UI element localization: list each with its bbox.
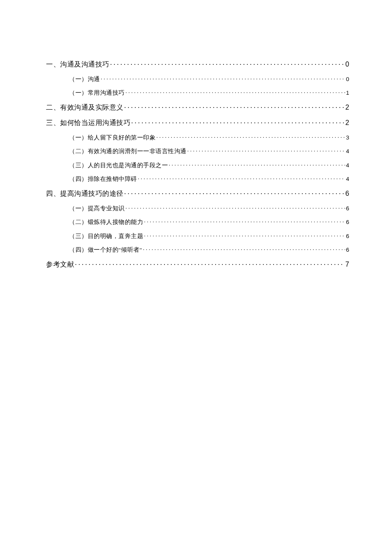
toc-entry: （一）常用沟通技巧 1 [43, 89, 349, 97]
toc-page: 7 [346, 261, 349, 268]
toc-label: 一、沟通及沟通技巧 [46, 60, 110, 69]
toc-entry: （二）锻炼待人接物的能力 6 [43, 218, 349, 227]
toc-entry: （二）有效沟通的润滑剂一一非语言性沟通 4 [43, 148, 349, 156]
toc-label: （二）有效沟通的润滑剂一一非语言性沟通 [69, 148, 187, 155]
toc-page: 4 [346, 176, 349, 182]
toc-page: 6 [346, 219, 349, 225]
toc-page: 6 [346, 205, 349, 212]
toc-label: 四、提高沟通技巧的途径 [46, 189, 124, 198]
toc-page: 4 [346, 148, 349, 154]
toc-page: 0 [346, 61, 349, 68]
toc-page: 2 [346, 104, 349, 111]
toc-page: 4 [346, 162, 349, 169]
toc-leader [131, 118, 345, 125]
toc-page: 3 [346, 134, 349, 141]
toc-leader [144, 232, 345, 238]
toc-label: 二、有效沟通及实际意义 [46, 103, 124, 112]
toc-label: （一）提高专业知识 [69, 205, 125, 212]
toc-entry: （一）提高专业知识 6 [43, 204, 349, 212]
toc-entry: 三、如何恰当运用沟通技巧 2 [43, 118, 349, 128]
toc-entry: 二、有效沟通及实际意义 2 [43, 103, 349, 112]
toc-label: （四）做一个好的"倾听者" [69, 246, 142, 254]
toc-entry: （一）给人留下良好的第一印象 3 [43, 134, 349, 142]
toc-label: （二）锻炼待人接物的能力 [69, 218, 143, 226]
toc-leader [169, 161, 345, 167]
toc-leader [101, 75, 345, 81]
toc-label: 参考文献 [46, 260, 74, 269]
toc-page: 0 [346, 76, 349, 82]
toc-page: 6 [346, 190, 349, 198]
toc-page: 6 [346, 247, 349, 253]
toc-entry: （四）排除在推销中障碍 4 [43, 175, 349, 183]
toc-page: 6 [346, 233, 349, 239]
toc-entry: （一）沟通 0 [43, 75, 349, 83]
toc-leader [110, 60, 345, 67]
table-of-contents: 一、沟通及沟通技巧 0 （一）沟通 0 （一）常用沟通技巧 1 二、有效沟通及实… [43, 60, 349, 269]
toc-leader [126, 89, 345, 95]
toc-label: （三）目的明确，直奔主题 [69, 232, 143, 240]
toc-label: （三）人的目光也是沟通的手段之一 [69, 162, 168, 169]
toc-label: （一）沟通 [69, 76, 100, 83]
toc-leader [124, 189, 345, 196]
toc-entry: 一、沟通及沟通技巧 0 [43, 60, 349, 69]
toc-label: 三、如何恰当运用沟通技巧 [46, 119, 130, 128]
toc-entry: （四）做一个好的"倾听者" 6 [43, 246, 349, 254]
toc-leader [124, 103, 345, 110]
toc-leader [138, 175, 345, 181]
toc-leader [144, 218, 345, 224]
toc-leader [75, 260, 345, 267]
toc-entry: 参考文献 7 [43, 260, 349, 269]
toc-entry: 四、提高沟通技巧的途径 6 [43, 189, 349, 198]
toc-page: 2 [346, 119, 349, 127]
toc-entry: （三）人的目光也是沟通的手段之一 4 [43, 161, 349, 169]
toc-entry: （三）目的明确，直奔主题 6 [43, 232, 349, 240]
toc-page: 1 [346, 90, 349, 96]
toc-label: （四）排除在推销中障碍 [69, 175, 137, 183]
toc-label: （一）给人留下良好的第一印象 [69, 134, 156, 142]
toc-label: （一）常用沟通技巧 [69, 89, 125, 97]
toc-leader [187, 148, 345, 154]
toc-leader [156, 134, 345, 139]
toc-leader [143, 246, 345, 252]
toc-leader [126, 204, 345, 210]
